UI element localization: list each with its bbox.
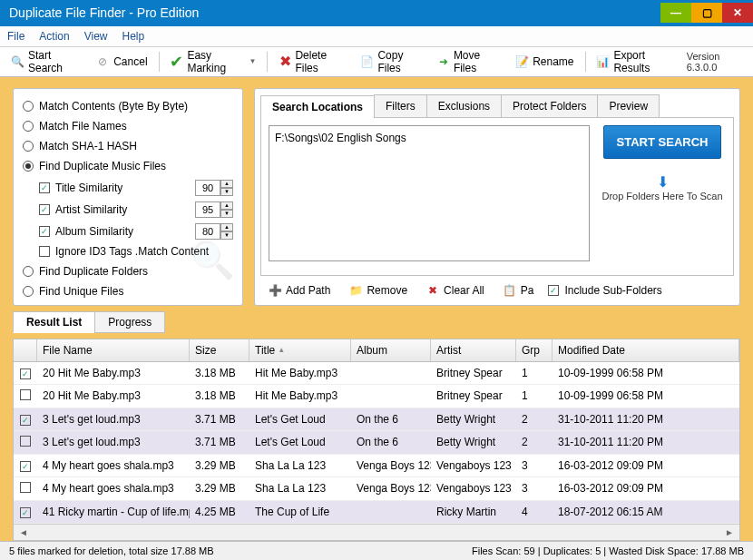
table-row[interactable]: 3 Let's get loud.mp33.71 MBLet's Get Lou… [14,408,739,431]
copy-files-button[interactable]: 📄Copy Files [357,47,425,76]
close-button[interactable]: ✕ [722,3,753,23]
title-similarity-spin[interactable]: ▲▼ [195,180,233,196]
col-group[interactable]: Grp [516,339,553,361]
row-check[interactable] [20,461,31,472]
paste-button[interactable]: 📋Pa [499,281,538,300]
table-row[interactable]: 41 Ricky martin - Cup of life.mp34.25 MB… [14,501,739,524]
grid-body[interactable]: 20 Hit Me Baby.mp33.18 MBHit Me Baby.mp3… [14,362,739,524]
row-check[interactable] [20,415,31,426]
copy-icon: 📄 [360,54,374,69]
window-title: Duplicate File Finder - Pro Edition [9,5,199,20]
col-album[interactable]: Album [351,339,431,361]
add-icon: ➕ [268,283,282,298]
method-duplicate-folders[interactable]: Find Duplicate Folders [23,265,233,278]
version-label: Version 6.3.0.0 [687,51,746,73]
tab-exclusions[interactable]: Exclusions [426,94,502,117]
sort-asc-icon: ▲ [278,346,285,354]
method-match-contents[interactable]: Match Contents (Byte By Byte) [23,100,233,113]
menu-view[interactable]: View [84,30,108,43]
clear-icon: ✖ [425,283,440,298]
method-match-names[interactable]: Match File Names [23,120,233,133]
rename-icon: 📝 [514,54,529,69]
tab-result-list[interactable]: Result List [13,311,95,333]
table-row[interactable]: 4 My heart goes shala.mp33.29 MBSha La L… [14,477,739,501]
col-modified[interactable]: Modified Date [553,339,739,361]
start-search-big-button[interactable]: START SEARCH [603,125,722,159]
tab-preview[interactable]: Preview [597,94,660,117]
method-duplicate-music[interactable]: Find Duplicate Music Files [23,160,233,172]
status-left: 5 files marked for deletion, total size … [9,545,214,556]
col-filename[interactable]: File Name [37,339,190,361]
delete-icon: ✖ [279,54,291,69]
delete-files-button[interactable]: ✖Delete Files [275,47,349,76]
table-row[interactable]: 3 Let's get loud.mp33.71 MBLet's Get Lou… [14,431,739,455]
rename-button[interactable]: 📝Rename [511,53,577,71]
tab-filters[interactable]: Filters [374,94,427,117]
toolbar: 🔍Start Search ⊘Cancel ✔Easy Marking▼ ✖De… [0,47,753,77]
remove-path-button[interactable]: 📁Remove [345,281,411,300]
move-files-button[interactable]: ➜Move Files [434,47,504,76]
status-right: Files Scan: 59 | Duplicates: 5 | Wasted … [472,545,744,556]
export-results-button[interactable]: 📊Export Results [592,47,679,76]
menu-help[interactable]: Help [122,30,145,43]
minimize-button[interactable]: — [660,3,691,23]
album-similarity-check[interactable]: Album Similarity ▲▼ [39,223,233,240]
add-path-button[interactable]: ➕Add Path [264,281,334,300]
move-icon: ➜ [437,54,450,69]
search-icon: 🔍 [11,54,24,69]
title-similarity-check[interactable]: Title Similarity ▲▼ [39,180,233,196]
table-row[interactable]: 20 Hit Me Baby.mp33.18 MBHit Me Baby.mp3… [14,385,739,408]
check-icon: ✔ [170,54,183,69]
tab-search-locations[interactable]: Search Locations [260,95,375,118]
results-grid: File Name Size Title▲ Album Artist Grp M… [13,339,740,541]
easy-marking-button[interactable]: ✔Easy Marking▼ [166,47,259,76]
cancel-icon: ⊘ [95,54,110,69]
maximize-button[interactable]: ▢ [691,3,722,23]
cancel-button[interactable]: ⊘Cancel [92,53,151,71]
col-check[interactable] [14,339,37,361]
paste-icon: 📋 [503,283,517,298]
remove-icon: 📁 [348,283,363,298]
down-arrow-icon: ⬇ [657,174,669,190]
start-search-button[interactable]: 🔍Start Search [7,47,84,76]
tab-progress[interactable]: Progress [94,311,165,333]
col-artist[interactable]: Artist [431,339,516,361]
locations-panel: Search Locations Filters Exclusions Prot… [254,88,740,306]
artist-similarity-spin[interactable]: ▲▼ [195,201,233,218]
row-check[interactable] [20,368,31,379]
table-row[interactable]: 4 My heart goes shala.mp33.29 MBSha La L… [14,455,739,477]
row-check[interactable] [20,507,31,518]
row-check[interactable] [20,436,31,447]
include-subfolders-check[interactable]: Include Sub-Folders [548,284,661,297]
menubar: File Action View Help [0,26,753,47]
grid-header: File Name Size Title▲ Album Artist Grp M… [14,339,739,362]
method-match-sha1[interactable]: Match SHA-1 HASH [23,140,233,152]
artist-similarity-check[interactable]: Artist Similarity ▲▼ [39,201,233,218]
row-check[interactable] [20,389,31,400]
drop-folders-hint: ⬇ Drop Folders Here To Scan [601,173,722,201]
titlebar: Duplicate File Finder - Pro Edition — ▢ … [0,0,753,26]
album-similarity-spin[interactable]: ▲▼ [195,223,233,240]
match-method-panel: Match Contents (Byte By Byte) Match File… [13,88,243,306]
col-title[interactable]: Title▲ [249,339,351,361]
menu-action[interactable]: Action [39,30,69,43]
export-icon: 📊 [596,54,610,69]
path-list[interactable]: F:\Songs\02 English Songs [269,125,590,261]
table-row[interactable]: 20 Hit Me Baby.mp33.18 MBHit Me Baby.mp3… [14,362,739,385]
h-scrollbar[interactable]: ◄► [14,524,739,540]
tab-protect-folders[interactable]: Protect Folders [501,94,598,117]
clear-all-button[interactable]: ✖Clear All [422,281,488,300]
statusbar: 5 files marked for deletion, total size … [0,541,753,560]
menu-file[interactable]: File [7,30,24,43]
ignore-id3-check[interactable]: Ignore ID3 Tags .Match Content [39,245,233,258]
col-size[interactable]: Size [190,339,249,361]
method-unique-files[interactable]: Find Unique Files [23,285,233,298]
row-check[interactable] [20,482,31,493]
